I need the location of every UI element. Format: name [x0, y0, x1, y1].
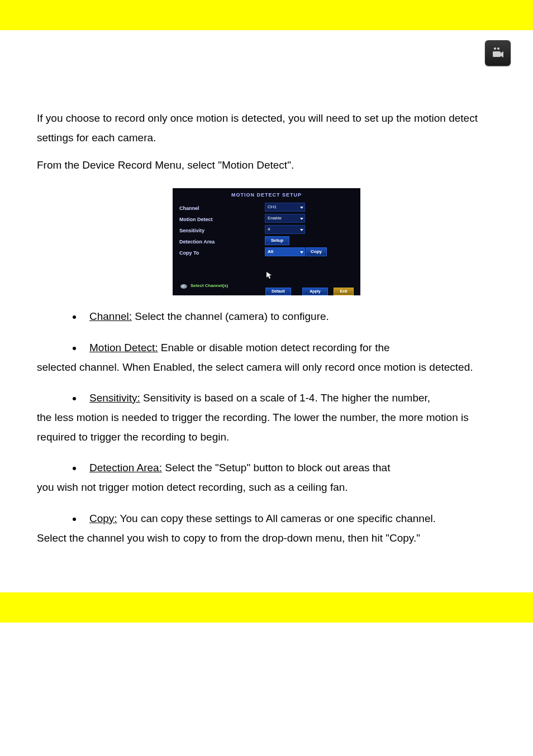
motion-detect-dropdown[interactable]: Enable — [265, 214, 305, 223]
screenshot-title: MOTION DETECT SETUP — [173, 190, 360, 200]
sensitivity-text-line1: Sensitivity is based on a scale of 1-4. … — [140, 392, 430, 404]
camera-app-icon — [485, 40, 511, 66]
motion-label-1: Motion — [89, 342, 121, 353]
copy-to-value: All — [268, 249, 273, 254]
intro-paragraph-1: If you choose to record only once motion… — [37, 108, 496, 147]
copy-text-line2: Select the channel you wish to copy to f… — [37, 528, 496, 548]
settings-list: Channel: Select the channel (camera) to … — [37, 307, 496, 547]
channel-value: CH1 — [268, 204, 277, 209]
channel-label: Channel: — [89, 310, 132, 322]
motion-text-line2: selected channel. When Enabled, the sele… — [37, 357, 496, 377]
channel-text: Select the channel (camera) to configure… — [132, 310, 329, 322]
setup-button[interactable]: Setup — [265, 236, 289, 245]
detection-area-text-line1: Select the "Setup" button to block out a… — [162, 462, 391, 473]
chevron-down-icon — [300, 251, 303, 253]
chevron-down-icon — [300, 229, 303, 231]
select-channels-label: Select Channel(s) — [191, 282, 228, 290]
svg-point-0 — [494, 47, 496, 49]
row-label-detection-area: Detection Area — [179, 237, 215, 247]
list-item-copy: Copy: You can copy these settings to All… — [83, 509, 496, 548]
list-item-channel: Channel: Select the channel (camera) to … — [83, 307, 496, 326]
intro-paragraph-2: From the Device Record Menu, select "Mot… — [37, 155, 496, 175]
select-channels-row[interactable]: Select Channel(s) — [180, 282, 228, 290]
channel-dropdown[interactable]: CH1 — [265, 203, 305, 212]
camera-icon — [490, 46, 506, 60]
list-item-detection-area: Detection Area: Select the "Setup" butto… — [83, 458, 496, 497]
motion-text-line1: Enable or disable motion detect recordin… — [158, 342, 390, 353]
chevron-down-icon — [300, 218, 303, 220]
chevron-down-icon — [300, 207, 303, 209]
copy-label: Copy: — [89, 513, 117, 524]
motion-detect-value: Enable — [268, 216, 282, 221]
motion-label-2: Detect: — [124, 342, 158, 353]
copy-button[interactable]: Copy — [306, 247, 327, 256]
default-button[interactable]: Default — [265, 288, 291, 295]
sensitivity-dropdown[interactable]: 4 — [265, 225, 305, 234]
apply-button[interactable]: Apply — [302, 288, 328, 295]
row-label-motion-detect: Motion Detect — [179, 215, 213, 224]
sensitivity-value: 4 — [268, 227, 270, 232]
list-item-motion-detect: Motion Detect: Enable or disable motion … — [83, 338, 496, 377]
detection-area-label-1: Detection — [89, 462, 134, 473]
top-yellow-bar — [0, 0, 533, 30]
cursor-icon — [266, 272, 272, 283]
row-label-sensitivity: Sensitivity — [179, 226, 204, 236]
sensitivity-label: Sensitivity: — [89, 392, 140, 404]
detection-area-label-2: Area: — [137, 462, 162, 473]
mouse-icon — [180, 284, 187, 289]
svg-rect-2 — [493, 51, 501, 57]
svg-point-1 — [497, 47, 499, 49]
list-item-sensitivity: Sensitivity: Sensitivity is based on a s… — [83, 388, 496, 447]
motion-detect-setup-screenshot: MOTION DETECT SETUP Channel CH1 Motion D… — [173, 188, 360, 295]
exit-button[interactable]: Exit — [334, 288, 354, 295]
row-label-channel: Channel — [179, 204, 199, 213]
bottom-yellow-bar — [0, 592, 533, 623]
copy-text-line1: You can copy these settings to All camer… — [117, 513, 436, 524]
row-label-copy-to: Copy To — [179, 248, 199, 258]
detection-area-text-line2: you wish not trigger motion detect recor… — [37, 477, 496, 497]
sensitivity-text-line2: the less motion is needed to trigger the… — [37, 408, 496, 447]
copy-to-dropdown[interactable]: All — [265, 247, 305, 256]
